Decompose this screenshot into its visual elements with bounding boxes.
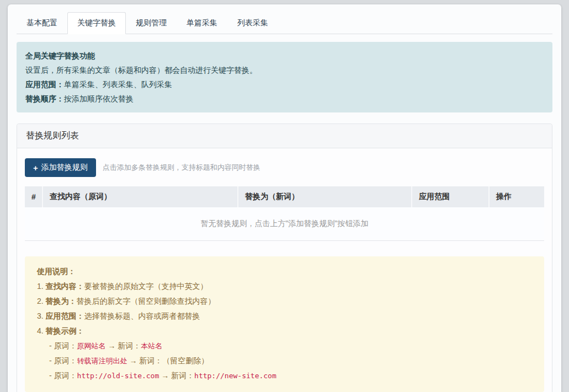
usage-instructions-box: 使用说明： 1. 查找内容：要被替换的原始文字（支持中英文） 2. 替换为：替换… <box>25 256 544 392</box>
add-rule-button[interactable]: + 添加替换规则 <box>25 158 96 177</box>
col-header-index: # <box>25 186 42 207</box>
main-container: 基本配置 关键字替换 规则管理 单篇采集 列表采集 全局关键字替换功能 设置后，… <box>8 4 561 392</box>
col-header-actions: 操作 <box>489 186 544 207</box>
tab-basic-config[interactable]: 基本配置 <box>17 12 67 34</box>
info-order-label: 替换顺序： <box>25 94 64 103</box>
example-new-word: http://new-site.com <box>194 372 276 380</box>
example-arrow: → 新词： <box>159 371 194 380</box>
example-arrow: → 新词： <box>106 341 141 350</box>
panel-title: 替换规则列表 <box>17 124 552 148</box>
tab-keyword-replace[interactable]: 关键字替换 <box>67 12 126 34</box>
example-prefix: - 原词： <box>49 341 77 350</box>
item-text: 替换后的新文字（留空则删除查找内容） <box>77 297 216 305</box>
instruction-item: 1. 查找内容：要被替换的原始文字（支持中英文） <box>37 279 532 294</box>
panel-body: + 添加替换规则 点击添加多条替换规则，支持标题和内容同时替换 # 查找内容（原… <box>17 148 552 392</box>
item-label: 应用范围： <box>46 312 84 320</box>
info-scope-label: 应用范围： <box>25 80 64 89</box>
replace-example: - 原词：http://old-site.com → 新词：http://new… <box>37 368 532 383</box>
col-header-search: 查找内容（原词） <box>42 186 238 207</box>
empty-row: 暂无替换规则，点击上方"添加替换规则"按钮添加 <box>25 207 544 241</box>
rules-table-head: # 查找内容（原词） 替换为（新词） 应用范围 操作 <box>25 186 544 207</box>
empty-state-text: 暂无替换规则，点击上方"添加替换规则"按钮添加 <box>25 207 544 241</box>
item-label: 替换示例： <box>46 326 84 335</box>
tab-bar: 基本配置 关键字替换 规则管理 单篇采集 列表采集 <box>17 4 552 34</box>
item-number: 4. <box>37 326 46 335</box>
info-order-line: 替换顺序：按添加顺序依次替换 <box>25 92 544 106</box>
item-text: 要被替换的原始文字（支持中英文） <box>84 282 208 291</box>
example-arrow: → 新词：（留空删除） <box>127 356 209 365</box>
plus-icon: + <box>33 163 38 173</box>
rules-panel: 替换规则列表 + 添加替换规则 点击添加多条替换规则，支持标题和内容同时替换 #… <box>17 123 552 392</box>
rules-toolbar: + 添加替换规则 点击添加多条替换规则，支持标题和内容同时替换 <box>25 158 544 177</box>
add-rule-hint: 点击添加多条替换规则，支持标题和内容同时替换 <box>103 163 260 173</box>
item-number: 1. <box>37 282 46 291</box>
tab-single-collect[interactable]: 单篇采集 <box>177 12 227 34</box>
item-label: 替换为： <box>46 297 77 305</box>
info-scope-line: 应用范围：单篇采集、列表采集、队列采集 <box>25 77 544 92</box>
add-rule-label: 添加替换规则 <box>41 163 88 173</box>
info-order-text: 按添加顺序依次替换 <box>64 94 134 103</box>
rules-header-row: # 查找内容（原词） 替换为（新词） 应用范围 操作 <box>25 186 544 207</box>
info-scope-text: 单篇采集、列表采集、队列采集 <box>64 80 172 89</box>
example-old-word: 原网站名 <box>77 342 106 350</box>
col-header-replace: 替换为（新词） <box>238 186 412 207</box>
tab-list-collect[interactable]: 列表采集 <box>227 12 278 34</box>
item-text: 选择替换标题、内容或两者都替换 <box>84 312 200 320</box>
item-label: 查找内容： <box>46 282 84 291</box>
replace-example: - 原词：转载请注明出处 → 新词：（留空删除） <box>37 353 532 368</box>
example-prefix: - 原词： <box>49 356 77 365</box>
col-header-scope: 应用范围 <box>412 186 489 207</box>
replace-example: - 原词：原网站名 → 新词：本站名 <box>37 339 532 353</box>
example-prefix: - 原词： <box>49 371 77 380</box>
item-number: 3. <box>37 312 46 320</box>
instruction-item: 2. 替换为：替换后的新文字（留空则删除查找内容） <box>37 294 532 309</box>
instruction-item: 3. 应用范围：选择替换标题、内容或两者都替换 <box>37 309 532 324</box>
rules-table-body: 暂无替换规则，点击上方"添加替换规则"按钮添加 <box>25 207 544 241</box>
instructions-title: 使用说明： <box>37 264 532 279</box>
global-info-box: 全局关键字替换功能 设置后，所有采集的文章（标题和内容）都会自动进行关键字替换。… <box>17 42 552 112</box>
example-old-word: http://old-site.com <box>77 372 159 380</box>
example-new-word: 本站名 <box>141 342 162 350</box>
tab-rule-management[interactable]: 规则管理 <box>126 12 177 34</box>
item-number: 2. <box>37 297 46 305</box>
instruction-item: 4. 替换示例： <box>37 324 532 339</box>
example-old-word: 转载请注明出处 <box>77 357 127 365</box>
rules-table: # 查找内容（原词） 替换为（新词） 应用范围 操作 暂无替换规则，点击上方"添… <box>25 186 544 241</box>
info-description: 设置后，所有采集的文章（标题和内容）都会自动进行关键字替换。 <box>25 63 544 77</box>
info-title: 全局关键字替换功能 <box>25 49 544 63</box>
